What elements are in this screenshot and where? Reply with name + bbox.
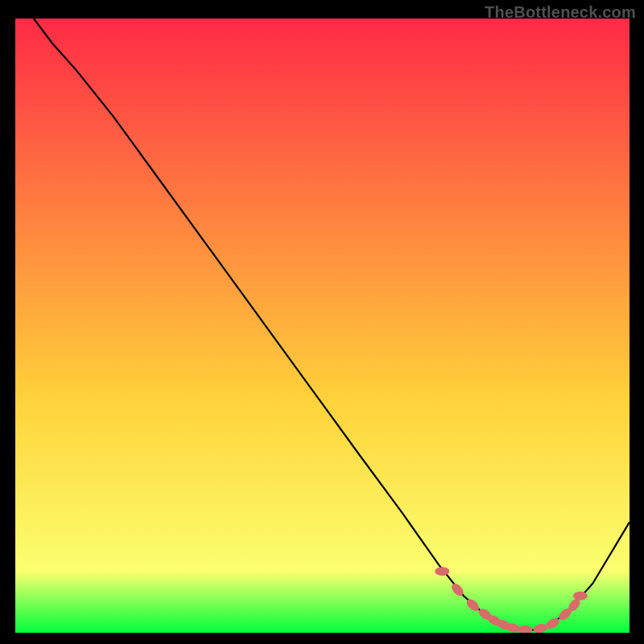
gradient-panel: [15, 19, 630, 633]
chart-stage: TheBottleneck.com: [0, 0, 644, 644]
bottleneck-chart: [15, 19, 630, 633]
marker-dot: [435, 567, 449, 576]
marker-dot: [573, 592, 588, 601]
